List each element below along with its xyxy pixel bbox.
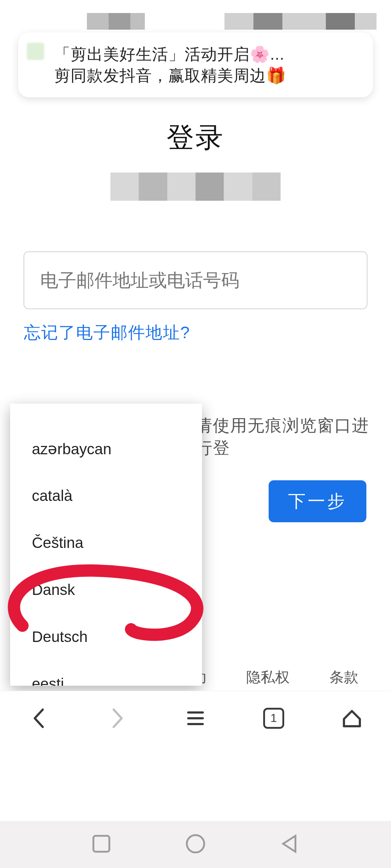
- email-or-phone-input[interactable]: [24, 251, 367, 309]
- svg-marker-5: [283, 836, 295, 852]
- browser-home-button[interactable]: [340, 707, 363, 730]
- footer-privacy-link[interactable]: 隐私权: [246, 667, 290, 687]
- language-dropdown[interactable]: Afrikaans azərbaycan català Čeština Dans…: [10, 404, 202, 686]
- forgot-email-link[interactable]: 忘记了电子邮件地址?: [24, 322, 391, 344]
- nav-recent-apps-button[interactable]: [91, 833, 112, 856]
- browser-forward-button[interactable]: [106, 707, 129, 730]
- language-option-deutsch[interactable]: Deutsch: [10, 613, 202, 660]
- language-option-azerbaycan[interactable]: azərbaycan: [10, 425, 202, 472]
- tab-count: 1: [263, 708, 284, 729]
- svg-point-4: [187, 835, 204, 852]
- svg-rect-3: [93, 836, 109, 852]
- browser-back-button[interactable]: [28, 707, 51, 730]
- language-option-cestina[interactable]: Čeština: [10, 519, 202, 566]
- language-option-dansk[interactable]: Dansk: [10, 566, 202, 613]
- footer-terms-link[interactable]: 条款: [329, 667, 358, 687]
- status-bar-obscured: [0, 0, 391, 36]
- browser-menu-button[interactable]: [184, 707, 207, 730]
- language-option-catala[interactable]: català: [10, 472, 202, 519]
- browser-tabs-button[interactable]: 1: [262, 707, 285, 730]
- login-page: 登录 忘记了电子邮件地址? 请使用无痕浏览窗口进行登 下一步 帮助 隐私权 条款…: [0, 76, 391, 868]
- language-option-afrikaans[interactable]: Afrikaans: [10, 404, 202, 425]
- browser-bottom-bar: 1: [0, 691, 391, 745]
- notification-app-icon-blurred: [27, 43, 44, 60]
- notification-line-1: 「剪出美好生活」活动开启🌸...: [54, 43, 362, 65]
- subtitle-obscured: [110, 173, 281, 201]
- nav-back-button[interactable]: [279, 833, 300, 856]
- next-button[interactable]: 下一步: [269, 480, 366, 522]
- incognito-hint-text: 请使用无痕浏览窗口进行登: [196, 414, 369, 459]
- language-option-eesti[interactable]: eesti: [10, 660, 202, 686]
- page-title: 登录: [0, 119, 391, 157]
- nav-home-button[interactable]: [185, 833, 206, 856]
- system-navigation-bar: [0, 821, 391, 868]
